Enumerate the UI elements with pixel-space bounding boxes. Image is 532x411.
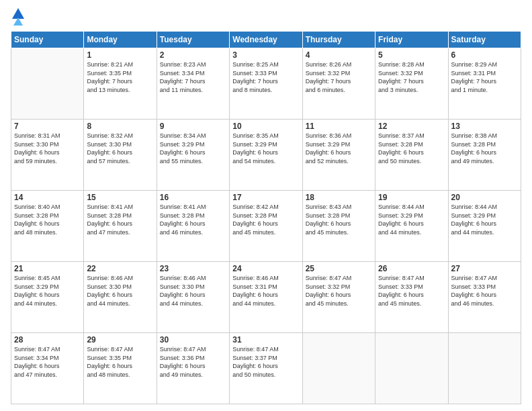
- day-header-wednesday: Wednesday: [230, 32, 302, 48]
- day-info: Sunrise: 8:47 AM Sunset: 3:35 PM Dayligh…: [87, 345, 153, 379]
- day-header-friday: Friday: [375, 32, 448, 48]
- day-number: 5: [378, 50, 445, 60]
- day-info: Sunrise: 8:26 AM Sunset: 3:32 PM Dayligh…: [306, 60, 372, 94]
- calendar-cell: 10Sunrise: 8:35 AM Sunset: 3:29 PM Dayli…: [230, 120, 302, 191]
- calendar-cell: 7Sunrise: 8:31 AM Sunset: 3:30 PM Daylig…: [11, 120, 84, 191]
- day-info: Sunrise: 8:47 AM Sunset: 3:37 PM Dayligh…: [232, 345, 299, 379]
- day-info: Sunrise: 8:46 AM Sunset: 3:30 PM Dayligh…: [87, 274, 153, 308]
- day-number: 6: [451, 50, 518, 60]
- day-header-thursday: Thursday: [302, 32, 375, 48]
- day-number: 13: [451, 122, 518, 131]
- day-info: Sunrise: 8:35 AM Sunset: 3:29 PM Dayligh…: [232, 132, 299, 165]
- week-row-4: 21Sunrise: 8:45 AM Sunset: 3:29 PM Dayli…: [11, 262, 521, 333]
- calendar-cell: 27Sunrise: 8:47 AM Sunset: 3:33 PM Dayli…: [448, 262, 521, 333]
- day-number: 4: [306, 50, 372, 60]
- day-info: Sunrise: 8:25 AM Sunset: 3:33 PM Dayligh…: [232, 60, 299, 94]
- calendar-cell: 18Sunrise: 8:43 AM Sunset: 3:28 PM Dayli…: [302, 191, 375, 262]
- calendar-cell: 16Sunrise: 8:41 AM Sunset: 3:28 PM Dayli…: [157, 191, 229, 262]
- day-number: 19: [378, 193, 445, 202]
- day-number: 18: [306, 193, 372, 202]
- logo: [11, 7, 24, 26]
- day-info: Sunrise: 8:47 AM Sunset: 3:33 PM Dayligh…: [378, 274, 445, 308]
- day-info: Sunrise: 8:21 AM Sunset: 3:35 PM Dayligh…: [87, 60, 153, 94]
- day-number: 21: [14, 264, 81, 273]
- day-info: Sunrise: 8:45 AM Sunset: 3:29 PM Dayligh…: [14, 274, 81, 308]
- calendar-cell: 25Sunrise: 8:47 AM Sunset: 3:32 PM Dayli…: [302, 262, 375, 333]
- day-headers: SundayMondayTuesdayWednesdayThursdayFrid…: [11, 32, 521, 48]
- day-info: Sunrise: 8:47 AM Sunset: 3:34 PM Dayligh…: [14, 345, 81, 379]
- day-number: 7: [14, 122, 81, 131]
- calendar-cell: [448, 333, 521, 404]
- calendar-cell: 8Sunrise: 8:32 AM Sunset: 3:30 PM Daylig…: [84, 120, 157, 191]
- calendar-cell: 17Sunrise: 8:42 AM Sunset: 3:28 PM Dayli…: [230, 191, 302, 262]
- day-number: 2: [160, 50, 226, 60]
- calendar-cell: 12Sunrise: 8:37 AM Sunset: 3:28 PM Dayli…: [375, 120, 448, 191]
- day-number: 17: [232, 193, 299, 202]
- day-header-tuesday: Tuesday: [157, 32, 229, 48]
- day-info: Sunrise: 8:40 AM Sunset: 3:28 PM Dayligh…: [14, 203, 81, 236]
- calendar-cell: 26Sunrise: 8:47 AM Sunset: 3:33 PM Dayli…: [375, 262, 448, 333]
- week-row-3: 14Sunrise: 8:40 AM Sunset: 3:28 PM Dayli…: [11, 191, 521, 262]
- day-info: Sunrise: 8:38 AM Sunset: 3:28 PM Dayligh…: [451, 132, 518, 165]
- day-number: 28: [14, 335, 81, 345]
- day-info: Sunrise: 8:47 AM Sunset: 3:32 PM Dayligh…: [306, 274, 372, 308]
- day-number: 23: [160, 264, 226, 273]
- calendar-cell: 6Sunrise: 8:29 AM Sunset: 3:31 PM Daylig…: [448, 48, 521, 120]
- day-info: Sunrise: 8:41 AM Sunset: 3:28 PM Dayligh…: [87, 203, 153, 236]
- calendar-cell: [11, 48, 84, 120]
- calendar-cell: 31Sunrise: 8:47 AM Sunset: 3:37 PM Dayli…: [230, 333, 302, 404]
- calendar-cell: [375, 333, 448, 404]
- page: SundayMondayTuesdayWednesdayThursdayFrid…: [0, 0, 532, 411]
- calendar-table: SundayMondayTuesdayWednesdayThursdayFrid…: [11, 31, 521, 404]
- calendar-cell: 19Sunrise: 8:44 AM Sunset: 3:29 PM Dayli…: [375, 191, 448, 262]
- calendar-cell: 4Sunrise: 8:26 AM Sunset: 3:32 PM Daylig…: [302, 48, 375, 120]
- calendar-cell: [302, 333, 375, 404]
- calendar-cell: 5Sunrise: 8:28 AM Sunset: 3:32 PM Daylig…: [375, 48, 448, 120]
- calendar-cell: 9Sunrise: 8:34 AM Sunset: 3:29 PM Daylig…: [157, 120, 229, 191]
- day-info: Sunrise: 8:32 AM Sunset: 3:30 PM Dayligh…: [87, 132, 153, 165]
- day-number: 1: [87, 50, 153, 60]
- calendar-cell: 3Sunrise: 8:25 AM Sunset: 3:33 PM Daylig…: [230, 48, 302, 120]
- day-number: 20: [451, 193, 518, 202]
- day-info: Sunrise: 8:46 AM Sunset: 3:30 PM Dayligh…: [160, 274, 226, 308]
- calendar-cell: 13Sunrise: 8:38 AM Sunset: 3:28 PM Dayli…: [448, 120, 521, 191]
- day-info: Sunrise: 8:41 AM Sunset: 3:28 PM Dayligh…: [160, 203, 226, 236]
- day-info: Sunrise: 8:23 AM Sunset: 3:34 PM Dayligh…: [160, 60, 226, 94]
- day-info: Sunrise: 8:34 AM Sunset: 3:29 PM Dayligh…: [160, 132, 226, 165]
- day-number: 25: [306, 264, 372, 273]
- day-info: Sunrise: 8:47 AM Sunset: 3:36 PM Dayligh…: [160, 345, 226, 379]
- calendar-cell: 21Sunrise: 8:45 AM Sunset: 3:29 PM Dayli…: [11, 262, 84, 333]
- calendar-cell: 28Sunrise: 8:47 AM Sunset: 3:34 PM Dayli…: [11, 333, 84, 404]
- day-header-saturday: Saturday: [448, 32, 521, 48]
- calendar-cell: 22Sunrise: 8:46 AM Sunset: 3:30 PM Dayli…: [84, 262, 157, 333]
- day-info: Sunrise: 8:44 AM Sunset: 3:29 PM Dayligh…: [451, 203, 518, 236]
- day-number: 27: [451, 264, 518, 273]
- day-info: Sunrise: 8:28 AM Sunset: 3:32 PM Dayligh…: [378, 60, 445, 94]
- day-number: 16: [160, 193, 226, 202]
- day-header-monday: Monday: [84, 32, 157, 48]
- day-header-sunday: Sunday: [11, 32, 84, 48]
- week-row-5: 28Sunrise: 8:47 AM Sunset: 3:34 PM Dayli…: [11, 333, 521, 404]
- day-number: 8: [87, 122, 153, 131]
- day-number: 29: [87, 335, 153, 345]
- calendar-cell: 14Sunrise: 8:40 AM Sunset: 3:28 PM Dayli…: [11, 191, 84, 262]
- calendar-cell: 24Sunrise: 8:46 AM Sunset: 3:31 PM Dayli…: [230, 262, 302, 333]
- day-number: 22: [87, 264, 153, 273]
- calendar-cell: 1Sunrise: 8:21 AM Sunset: 3:35 PM Daylig…: [84, 48, 157, 120]
- day-info: Sunrise: 8:29 AM Sunset: 3:31 PM Dayligh…: [451, 60, 518, 94]
- calendar-cell: 2Sunrise: 8:23 AM Sunset: 3:34 PM Daylig…: [157, 48, 229, 120]
- calendar-cell: 20Sunrise: 8:44 AM Sunset: 3:29 PM Dayli…: [448, 191, 521, 262]
- day-info: Sunrise: 8:31 AM Sunset: 3:30 PM Dayligh…: [14, 132, 81, 165]
- day-number: 12: [378, 122, 445, 131]
- day-number: 15: [87, 193, 153, 202]
- calendar-cell: 23Sunrise: 8:46 AM Sunset: 3:30 PM Dayli…: [157, 262, 229, 333]
- day-number: 26: [378, 264, 445, 273]
- day-number: 31: [232, 335, 299, 345]
- day-info: Sunrise: 8:36 AM Sunset: 3:29 PM Dayligh…: [306, 132, 372, 165]
- calendar-cell: 11Sunrise: 8:36 AM Sunset: 3:29 PM Dayli…: [302, 120, 375, 191]
- week-row-1: 1Sunrise: 8:21 AM Sunset: 3:35 PM Daylig…: [11, 48, 521, 120]
- day-number: 3: [232, 50, 299, 60]
- day-number: 14: [14, 193, 81, 202]
- day-number: 24: [232, 264, 299, 273]
- day-info: Sunrise: 8:37 AM Sunset: 3:28 PM Dayligh…: [378, 132, 445, 165]
